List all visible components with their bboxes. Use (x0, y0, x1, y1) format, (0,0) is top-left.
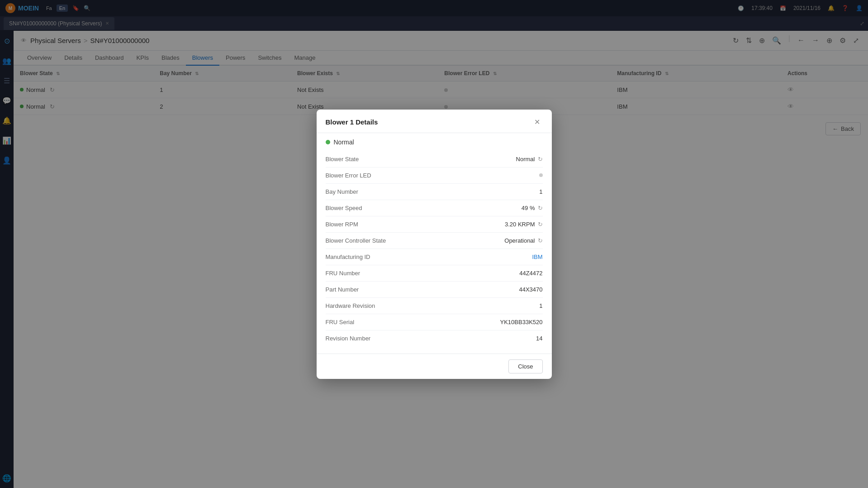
detail-label: Blower Controller State (326, 237, 505, 244)
modal-overlay[interactable]: Blower 1 Details ✕ Normal Blower State N… (0, 0, 868, 488)
detail-value-container: 1 (539, 302, 542, 309)
modal-footer: Close (317, 354, 552, 379)
detail-row: Part Number 44X3470 (326, 282, 543, 298)
detail-value: IBM (532, 254, 542, 260)
led-value (539, 173, 543, 177)
modal-title: Blower 1 Details (326, 118, 378, 126)
history-button[interactable]: ↻ (538, 221, 543, 228)
modal-status: Normal (317, 133, 552, 151)
modal-close-button[interactable]: Close (508, 359, 542, 373)
modal-status-text: Normal (334, 139, 354, 146)
detail-value-container: Normal ↻ (516, 156, 543, 163)
detail-row: Manufacturing ID IBM (326, 249, 543, 265)
detail-value-container: 3.20 KRPM ↻ (505, 221, 542, 228)
detail-row: Hardware Revision 1 (326, 298, 543, 314)
detail-label: Blower Speed (326, 205, 522, 211)
detail-value: 14 (536, 335, 542, 342)
detail-value: Normal (516, 156, 535, 163)
detail-label: FRU Number (326, 270, 520, 277)
detail-row: Blower RPM 3.20 KRPM ↻ (326, 216, 543, 233)
detail-label: Part Number (326, 286, 519, 293)
detail-label: Blower Error LED (326, 172, 539, 179)
detail-value-container: 49 % ↻ (522, 205, 543, 211)
detail-value-container: 44X3470 (519, 286, 542, 293)
history-button[interactable]: ↻ (538, 205, 543, 211)
history-button[interactable]: ↻ (538, 237, 543, 244)
detail-row: Revision Number 14 (326, 330, 543, 346)
detail-value: 44X3470 (519, 286, 542, 293)
detail-value-container: IBM (532, 254, 542, 260)
detail-value-container: 1 (539, 188, 542, 195)
detail-label: Hardware Revision (326, 302, 540, 309)
detail-label: Blower State (326, 156, 516, 163)
detail-label: Bay Number (326, 188, 540, 195)
detail-value-container: Operational ↻ (504, 237, 542, 244)
modal-close-icon[interactable]: ✕ (531, 117, 543, 127)
detail-row: Bay Number 1 (326, 184, 543, 200)
history-button[interactable]: ↻ (538, 156, 543, 163)
detail-label: Manufacturing ID (326, 254, 532, 260)
detail-value-container (539, 173, 543, 177)
modal-header: Blower 1 Details ✕ (317, 110, 552, 133)
detail-value: 49 % (522, 205, 535, 211)
detail-value-container: 14 (536, 335, 542, 342)
detail-row: Blower Controller State Operational ↻ (326, 233, 543, 249)
detail-label: Revision Number (326, 335, 536, 342)
blower-details-modal: Blower 1 Details ✕ Normal Blower State N… (317, 110, 552, 379)
detail-label: FRU Serial (326, 319, 500, 325)
detail-row: Blower Error LED (326, 167, 543, 184)
detail-value: 1 (539, 188, 542, 195)
detail-value: 1 (539, 302, 542, 309)
detail-row: FRU Number 44Z4472 (326, 265, 543, 282)
detail-row: FRU Serial YK10BB33K520 (326, 314, 543, 330)
detail-label: Blower RPM (326, 221, 505, 228)
detail-value: YK10BB33K520 (500, 319, 543, 325)
detail-value-container: YK10BB33K520 (500, 319, 543, 325)
detail-row: Blower State Normal ↻ (326, 151, 543, 167)
modal-status-dot (326, 140, 330, 144)
detail-value: Operational (504, 237, 535, 244)
detail-value-container: 44Z4472 (519, 270, 542, 277)
detail-value: 44Z4472 (519, 270, 542, 277)
detail-value: 3.20 KRPM (505, 221, 535, 228)
detail-row: Blower Speed 49 % ↻ (326, 200, 543, 216)
modal-body: Blower State Normal ↻ Blower Error LED B… (317, 151, 552, 354)
